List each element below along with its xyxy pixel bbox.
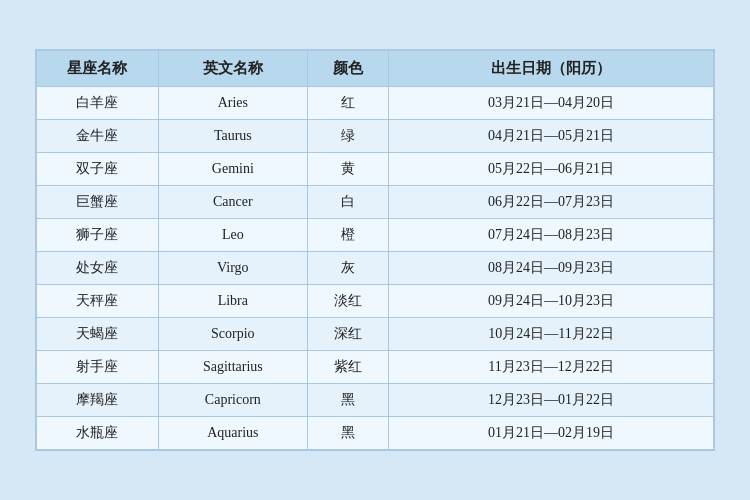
header-color: 颜色 [307,51,388,87]
zodiac-table: 星座名称 英文名称 颜色 出生日期（阳历） 白羊座Aries红03月21日—04… [36,50,714,450]
cell-english: Capricorn [158,384,307,417]
table-row: 射手座Sagittarius紫红11月23日—12月22日 [37,351,714,384]
cell-color: 红 [307,87,388,120]
table-row: 双子座Gemini黄05月22日—06月21日 [37,153,714,186]
cell-color: 深红 [307,318,388,351]
cell-date: 08月24日—09月23日 [389,252,714,285]
table-row: 天秤座Libra淡红09月24日—10月23日 [37,285,714,318]
table-row: 白羊座Aries红03月21日—04月20日 [37,87,714,120]
cell-english: Aries [158,87,307,120]
table-row: 狮子座Leo橙07月24日—08月23日 [37,219,714,252]
header-date: 出生日期（阳历） [389,51,714,87]
cell-english: Aquarius [158,417,307,450]
cell-chinese: 白羊座 [37,87,159,120]
cell-english: Libra [158,285,307,318]
cell-date: 04月21日—05月21日 [389,120,714,153]
cell-english: Virgo [158,252,307,285]
cell-date: 03月21日—04月20日 [389,87,714,120]
cell-date: 10月24日—11月22日 [389,318,714,351]
cell-color: 白 [307,186,388,219]
cell-english: Leo [158,219,307,252]
cell-chinese: 天秤座 [37,285,159,318]
cell-color: 黑 [307,417,388,450]
cell-chinese: 射手座 [37,351,159,384]
cell-date: 05月22日—06月21日 [389,153,714,186]
cell-english: Scorpio [158,318,307,351]
cell-chinese: 双子座 [37,153,159,186]
cell-color: 黑 [307,384,388,417]
cell-chinese: 天蝎座 [37,318,159,351]
cell-date: 12月23日—01月22日 [389,384,714,417]
table-header-row: 星座名称 英文名称 颜色 出生日期（阳历） [37,51,714,87]
cell-chinese: 狮子座 [37,219,159,252]
cell-english: Sagittarius [158,351,307,384]
cell-date: 06月22日—07月23日 [389,186,714,219]
cell-chinese: 处女座 [37,252,159,285]
cell-color: 橙 [307,219,388,252]
cell-english: Cancer [158,186,307,219]
table-row: 天蝎座Scorpio深红10月24日—11月22日 [37,318,714,351]
cell-date: 11月23日—12月22日 [389,351,714,384]
cell-color: 紫红 [307,351,388,384]
table-row: 水瓶座Aquarius黑01月21日—02月19日 [37,417,714,450]
cell-chinese: 金牛座 [37,120,159,153]
table-row: 摩羯座Capricorn黑12月23日—01月22日 [37,384,714,417]
cell-english: Gemini [158,153,307,186]
table-row: 金牛座Taurus绿04月21日—05月21日 [37,120,714,153]
header-english: 英文名称 [158,51,307,87]
cell-color: 绿 [307,120,388,153]
cell-color: 黄 [307,153,388,186]
cell-chinese: 巨蟹座 [37,186,159,219]
header-chinese: 星座名称 [37,51,159,87]
table-row: 巨蟹座Cancer白06月22日—07月23日 [37,186,714,219]
cell-english: Taurus [158,120,307,153]
cell-color: 灰 [307,252,388,285]
zodiac-table-container: 星座名称 英文名称 颜色 出生日期（阳历） 白羊座Aries红03月21日—04… [35,49,715,451]
cell-date: 01月21日—02月19日 [389,417,714,450]
table-body: 白羊座Aries红03月21日—04月20日金牛座Taurus绿04月21日—0… [37,87,714,450]
table-row: 处女座Virgo灰08月24日—09月23日 [37,252,714,285]
cell-color: 淡红 [307,285,388,318]
cell-date: 09月24日—10月23日 [389,285,714,318]
cell-chinese: 摩羯座 [37,384,159,417]
cell-chinese: 水瓶座 [37,417,159,450]
cell-date: 07月24日—08月23日 [389,219,714,252]
